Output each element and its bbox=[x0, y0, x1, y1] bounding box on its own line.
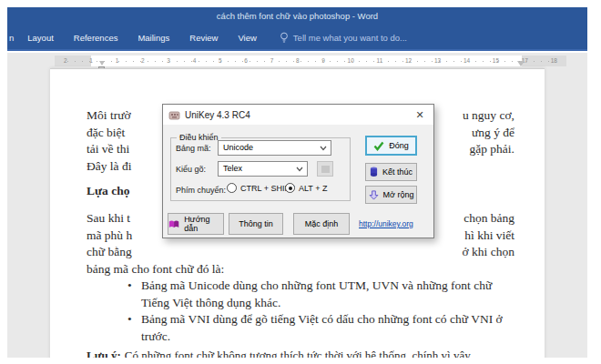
book-icon bbox=[168, 219, 179, 229]
chevron-down-icon bbox=[296, 167, 303, 172]
chevron-down-icon bbox=[320, 146, 327, 151]
dialog-close-button[interactable]: ✕ bbox=[406, 105, 433, 125]
down-arrow-icon bbox=[369, 190, 379, 200]
bullet-marker: • bbox=[127, 278, 132, 295]
para2-line4: bảng mã cho font chữ đó là: bbox=[87, 261, 514, 278]
dialog-titlebar[interactable]: UniKey 4.3 RC4 ✕ bbox=[163, 105, 433, 125]
bang-ma-label: Bảng mã: bbox=[176, 144, 211, 153]
phim-chuyen-label: Phím chuyển: bbox=[176, 186, 226, 195]
tab-references[interactable]: References bbox=[64, 25, 128, 49]
lightbulb-icon bbox=[280, 32, 289, 44]
info-button[interactable]: Thông tin bbox=[229, 213, 283, 235]
tab-layout[interactable]: Layout bbox=[17, 25, 64, 49]
tab-review[interactable]: Review bbox=[179, 25, 228, 49]
bang-ma-select[interactable]: Unicode bbox=[218, 140, 331, 156]
default-settings-button[interactable]: Mặc định bbox=[293, 213, 350, 235]
note-line: Lưu ý:Có những font chữ không tương thíc… bbox=[87, 348, 514, 358]
kieu-go-label: Kiểu gõ: bbox=[176, 165, 206, 174]
green-check-icon bbox=[373, 141, 384, 151]
ribbon-tabs: n Layout References Mailings Review View… bbox=[7, 25, 587, 51]
window-titlebar: cách thêm font chữ vào photoshop - Word bbox=[7, 7, 587, 25]
radio-circle bbox=[227, 183, 237, 193]
tell-me-box[interactable]: Tell me what you want to do... bbox=[267, 32, 407, 44]
tab-mailings[interactable]: Mailings bbox=[127, 25, 179, 49]
ruler-numbers: 2 1 1 2 3 4 5 6 7 8 9 10 11 12 13 14 15 bbox=[55, 56, 566, 66]
tell-me-label: Tell me what you want to do... bbox=[293, 33, 407, 43]
disabled-icon bbox=[321, 166, 330, 173]
groupbox-label: Điều khiển bbox=[177, 133, 221, 142]
bullet2-line1: • Bảng mã VNI dùng để gõ tiếng Việt có d… bbox=[87, 311, 514, 329]
close-dialog-button[interactable]: Đóng bbox=[365, 136, 417, 156]
bullet-marker: • bbox=[127, 311, 132, 329]
first-line-indent-marker[interactable] bbox=[99, 61, 105, 66]
bullet2-line2: trước. bbox=[87, 329, 514, 346]
tab-view[interactable]: View bbox=[228, 25, 266, 49]
dialog-title: UniKey 4.3 RC4 bbox=[185, 110, 250, 120]
tab-partial[interactable]: n bbox=[7, 25, 17, 49]
exit-icon bbox=[370, 167, 378, 177]
window-title: cách thêm font chữ vào photoshop - Word bbox=[217, 11, 378, 21]
exit-button[interactable]: Kết thúc bbox=[365, 163, 417, 181]
radio-circle-checked bbox=[285, 183, 295, 193]
para2-line3: chữ bằng ở khi chọn bbox=[87, 244, 514, 261]
horizontal-ruler: 2 1 1 2 3 4 5 6 7 8 9 10 11 12 13 14 15 bbox=[55, 56, 566, 66]
help-button[interactable]: Hướng dẫn bbox=[168, 213, 224, 235]
radio-alt-z[interactable]: ALT + Z bbox=[285, 183, 327, 193]
unikey-website-link[interactable]: http://unikey.org bbox=[359, 219, 413, 228]
dialog-body: Điều khiển Bảng mã: Unicode Kiểu gõ: Tel… bbox=[163, 125, 433, 239]
bullet1-line1: • Bảng mã Unicode dùng cho những font UT… bbox=[87, 278, 514, 295]
more-options-button[interactable] bbox=[317, 161, 333, 177]
right-indent-marker[interactable] bbox=[517, 61, 525, 66]
note-label: Lưu ý: bbox=[87, 349, 121, 358]
kieu-go-select[interactable]: Telex bbox=[218, 161, 308, 177]
screenshot-canvas: cách thêm font chữ vào photoshop - Word … bbox=[0, 0, 601, 364]
bullet1-line2: Tiếng Việt thông dụng khác. bbox=[87, 295, 514, 312]
unikey-dialog: UniKey 4.3 RC4 ✕ Điều khiển Bảng mã: Uni… bbox=[162, 104, 434, 238]
unikey-app-icon bbox=[168, 109, 180, 121]
expand-button[interactable]: Mở rộng bbox=[365, 186, 417, 204]
